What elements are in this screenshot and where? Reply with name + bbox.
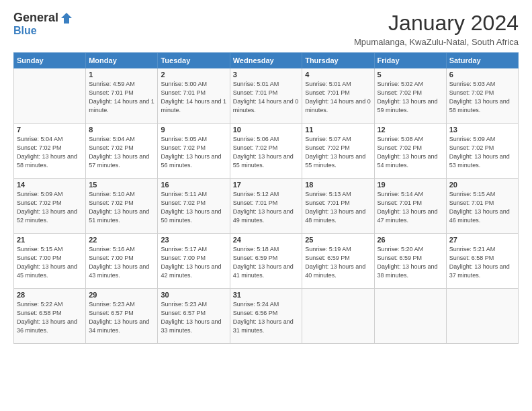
table-row: 4 Sunrise: 5:01 AMSunset: 7:01 PMDayligh… (302, 68, 374, 124)
table-row: 11 Sunrise: 5:07 AMSunset: 7:02 PMDaylig… (302, 124, 374, 179)
day-info: Sunrise: 5:22 AMSunset: 6:58 PMDaylight:… (17, 300, 83, 335)
day-info: Sunrise: 5:21 AMSunset: 6:58 PMDaylight:… (449, 245, 515, 280)
header-thursday: Thursday (302, 53, 374, 68)
header-friday: Friday (374, 53, 446, 68)
page-header: General Blue January 2024 Mpumalanga, Kw… (13, 11, 519, 47)
table-row: 14 Sunrise: 5:09 AMSunset: 7:02 PMDaylig… (14, 179, 86, 234)
day-number: 30 (161, 291, 226, 299)
day-info: Sunrise: 5:07 AMSunset: 7:02 PMDaylight:… (305, 135, 371, 170)
table-row: 15 Sunrise: 5:10 AMSunset: 7:02 PMDaylig… (86, 179, 158, 234)
table-row: 26 Sunrise: 5:20 AMSunset: 6:59 PMDaylig… (374, 234, 446, 289)
day-info: Sunrise: 5:14 AMSunset: 7:01 PMDaylight:… (378, 190, 443, 225)
day-info: Sunrise: 5:23 AMSunset: 6:57 PMDaylight:… (161, 300, 226, 335)
day-info: Sunrise: 5:03 AMSunset: 7:02 PMDaylight:… (449, 80, 515, 115)
day-number: 4 (305, 71, 371, 79)
day-number: 22 (89, 236, 154, 244)
day-number: 28 (17, 291, 83, 299)
table-row: 12 Sunrise: 5:08 AMSunset: 7:02 PMDaylig… (374, 124, 446, 179)
day-number: 1 (89, 71, 154, 79)
table-row: 19 Sunrise: 5:14 AMSunset: 7:01 PMDaylig… (374, 179, 446, 234)
table-row: 10 Sunrise: 5:06 AMSunset: 7:02 PMDaylig… (230, 124, 302, 179)
header-monday: Monday (86, 53, 158, 68)
table-row: 21 Sunrise: 5:15 AMSunset: 7:00 PMDaylig… (14, 234, 86, 289)
day-number: 11 (305, 126, 371, 134)
table-row (446, 289, 518, 344)
day-info: Sunrise: 5:02 AMSunset: 7:02 PMDaylight:… (378, 80, 443, 115)
day-number: 5 (378, 71, 443, 79)
table-row: 23 Sunrise: 5:17 AMSunset: 7:00 PMDaylig… (158, 234, 230, 289)
day-number: 7 (17, 126, 83, 134)
day-info: Sunrise: 5:23 AMSunset: 6:57 PMDaylight:… (89, 300, 154, 335)
table-row: 22 Sunrise: 5:16 AMSunset: 7:00 PMDaylig… (86, 234, 158, 289)
day-info: Sunrise: 5:15 AMSunset: 7:01 PMDaylight:… (449, 190, 515, 225)
location: Mpumalanga, KwaZulu-Natal, South Africa (354, 37, 519, 47)
day-info: Sunrise: 5:16 AMSunset: 7:00 PMDaylight:… (89, 245, 154, 280)
day-info: Sunrise: 5:00 AMSunset: 7:01 PMDaylight:… (161, 80, 226, 115)
table-row: 28 Sunrise: 5:22 AMSunset: 6:58 PMDaylig… (14, 289, 86, 344)
table-row: 29 Sunrise: 5:23 AMSunset: 6:57 PMDaylig… (86, 289, 158, 344)
table-row: 17 Sunrise: 5:12 AMSunset: 7:01 PMDaylig… (230, 179, 302, 234)
day-number: 19 (378, 181, 443, 189)
header-saturday: Saturday (446, 53, 518, 68)
table-row: 13 Sunrise: 5:09 AMSunset: 7:02 PMDaylig… (446, 124, 518, 179)
day-info: Sunrise: 5:01 AMSunset: 7:01 PMDaylight:… (233, 80, 299, 115)
day-number: 20 (449, 181, 515, 189)
day-number: 31 (233, 291, 299, 299)
title-block: January 2024 Mpumalanga, KwaZulu-Natal, … (354, 11, 519, 47)
table-row: 30 Sunrise: 5:23 AMSunset: 6:57 PMDaylig… (158, 289, 230, 344)
table-row: 18 Sunrise: 5:13 AMSunset: 7:01 PMDaylig… (302, 179, 374, 234)
day-number: 6 (449, 71, 515, 79)
day-info: Sunrise: 5:09 AMSunset: 7:02 PMDaylight:… (17, 190, 83, 225)
day-info: Sunrise: 5:06 AMSunset: 7:02 PMDaylight:… (233, 135, 299, 170)
header-tuesday: Tuesday (158, 53, 230, 68)
day-number: 21 (17, 236, 83, 244)
day-number: 27 (449, 236, 515, 244)
day-number: 23 (161, 236, 226, 244)
day-number: 3 (233, 71, 299, 79)
day-info: Sunrise: 5:10 AMSunset: 7:02 PMDaylight:… (89, 190, 154, 225)
day-number: 2 (161, 71, 226, 79)
day-info: Sunrise: 5:04 AMSunset: 7:02 PMDaylight:… (89, 135, 154, 170)
day-info: Sunrise: 5:15 AMSunset: 7:00 PMDaylight:… (17, 245, 83, 280)
day-number: 17 (233, 181, 299, 189)
day-number: 9 (161, 126, 226, 134)
table-row (14, 68, 86, 124)
logo-blue: Blue (13, 25, 37, 36)
day-info: Sunrise: 5:09 AMSunset: 7:02 PMDaylight:… (449, 135, 515, 170)
day-info: Sunrise: 5:12 AMSunset: 7:01 PMDaylight:… (233, 190, 299, 225)
table-row: 5 Sunrise: 5:02 AMSunset: 7:02 PMDayligh… (374, 68, 446, 124)
day-number: 25 (305, 236, 371, 244)
calendar-body: 1 Sunrise: 4:59 AMSunset: 7:01 PMDayligh… (14, 68, 519, 344)
logo-icon (60, 11, 73, 25)
day-info: Sunrise: 5:08 AMSunset: 7:02 PMDaylight:… (378, 135, 443, 170)
table-row: 9 Sunrise: 5:05 AMSunset: 7:02 PMDayligh… (158, 124, 230, 179)
day-info: Sunrise: 5:18 AMSunset: 6:59 PMDaylight:… (233, 245, 299, 280)
logo-general: General (13, 11, 58, 25)
calendar-header: Sunday Monday Tuesday Wednesday Thursday… (14, 53, 519, 68)
table-row: 31 Sunrise: 5:24 AMSunset: 6:56 PMDaylig… (230, 289, 302, 344)
day-info: Sunrise: 5:24 AMSunset: 6:56 PMDaylight:… (233, 300, 299, 335)
svg-marker-0 (61, 13, 72, 24)
day-info: Sunrise: 5:19 AMSunset: 6:59 PMDaylight:… (305, 245, 371, 280)
table-row: 8 Sunrise: 5:04 AMSunset: 7:02 PMDayligh… (86, 124, 158, 179)
day-number: 15 (89, 181, 154, 189)
day-number: 26 (378, 236, 443, 244)
table-row (374, 289, 446, 344)
table-row: 6 Sunrise: 5:03 AMSunset: 7:02 PMDayligh… (446, 68, 518, 124)
day-info: Sunrise: 5:04 AMSunset: 7:02 PMDaylight:… (17, 135, 83, 170)
day-number: 24 (233, 236, 299, 244)
day-number: 18 (305, 181, 371, 189)
table-row: 7 Sunrise: 5:04 AMSunset: 7:02 PMDayligh… (14, 124, 86, 179)
month-title: January 2024 (354, 11, 519, 36)
day-number: 13 (449, 126, 515, 134)
day-info: Sunrise: 5:11 AMSunset: 7:02 PMDaylight:… (161, 190, 226, 225)
table-row (302, 289, 374, 344)
table-row: 3 Sunrise: 5:01 AMSunset: 7:01 PMDayligh… (230, 68, 302, 124)
day-number: 8 (89, 126, 154, 134)
day-number: 14 (17, 181, 83, 189)
table-row: 16 Sunrise: 5:11 AMSunset: 7:02 PMDaylig… (158, 179, 230, 234)
day-number: 12 (378, 126, 443, 134)
table-row: 1 Sunrise: 4:59 AMSunset: 7:01 PMDayligh… (86, 68, 158, 124)
calendar: Sunday Monday Tuesday Wednesday Thursday… (13, 52, 519, 344)
day-info: Sunrise: 5:13 AMSunset: 7:01 PMDaylight:… (305, 190, 371, 225)
